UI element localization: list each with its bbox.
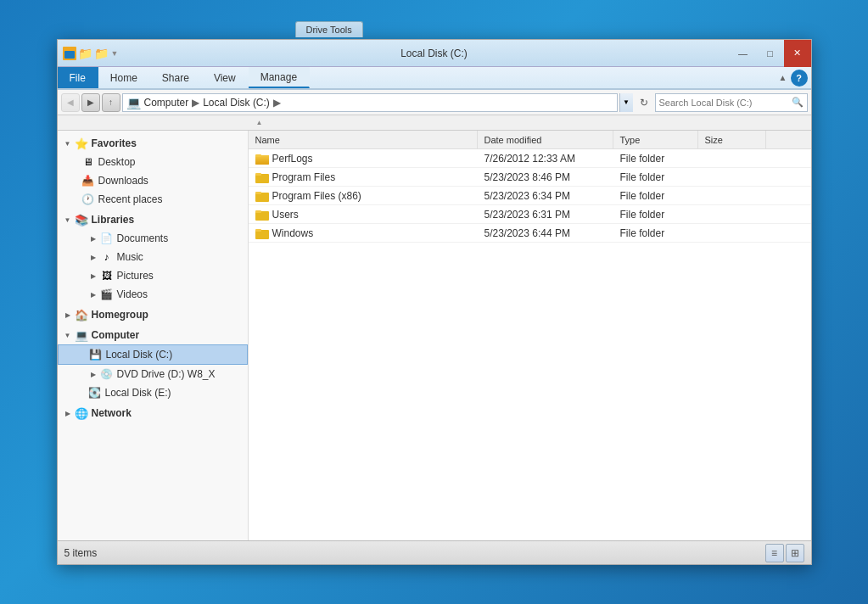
sidebar-item-documents[interactable]: ▶ 📄 Documents — [58, 229, 248, 248]
close-button[interactable]: ✕ — [784, 40, 811, 67]
address-bar: ◀ ▶ ↑ 💻 Computer ▶ Local Disk (C:) ▶ ▼ ↻… — [58, 90, 811, 115]
search-input[interactable] — [659, 98, 792, 108]
computer-icon: 💻 — [75, 328, 88, 342]
documents-icon: 📄 — [100, 232, 114, 245]
expand-favorites-icon: ▼ — [63, 138, 73, 148]
local-disk-c-label: Local Disk (C:) — [106, 349, 173, 361]
path-dropdown-btn[interactable]: ▼ — [619, 93, 633, 112]
qab-dropdown[interactable]: ▼ — [111, 49, 119, 58]
table-row[interactable]: PerfLogs 7/26/2012 12:33 AM File folder — [249, 149, 811, 168]
sidebar-libraries-header[interactable]: ▼ 📚 Libraries — [58, 210, 248, 229]
quick-access-btn[interactable]: 📁 — [79, 47, 92, 60]
file-date-cell: 5/23/2023 8:46 PM — [478, 168, 613, 186]
expand-docs-icon: ▶ — [88, 233, 98, 243]
file-type-cell: File folder — [613, 149, 698, 167]
tab-file[interactable]: File — [58, 67, 98, 88]
sidebar-section-network: ▶ 🌐 Network — [58, 404, 248, 422]
sidebar-homegroup-header[interactable]: ▶ 🏠 Homegroup — [58, 305, 248, 324]
folder-icon — [255, 226, 269, 240]
search-icon[interactable]: 🔍 — [792, 97, 804, 108]
column-header-date[interactable]: Date modified — [478, 131, 613, 148]
column-header-name[interactable]: Name — [249, 131, 478, 148]
sidebar-item-videos[interactable]: ▶ 🎬 Videos — [58, 285, 248, 304]
svg-rect-0 — [64, 51, 75, 59]
sidebar-section-computer: ▼ 💻 Computer 💾 Local Disk (C:) ▶ 💿 DVD D… — [58, 326, 248, 402]
back-button[interactable]: ◀ — [61, 93, 80, 112]
music-label: Music — [117, 251, 143, 263]
expand-pics-icon: ▶ — [88, 271, 98, 281]
local-disk-c-icon: 💾 — [89, 348, 103, 361]
svg-rect-10 — [255, 210, 261, 213]
sidebar-item-music[interactable]: ▶ ♪ Music — [58, 248, 248, 266]
address-path[interactable]: 💻 Computer ▶ Local Disk (C:) ▶ — [122, 93, 618, 112]
table-row[interactable]: Users 5/23/2023 6:31 PM File folder — [249, 205, 811, 224]
tab-home[interactable]: Home — [98, 67, 150, 88]
favorites-label: Favorites — [92, 137, 137, 149]
tab-view[interactable]: View — [202, 67, 249, 88]
dvd-icon: 💿 — [100, 367, 114, 381]
sidebar-favorites-header[interactable]: ▼ ⭐ Favorites — [58, 134, 248, 153]
file-name: Program Files — [272, 171, 336, 183]
sidebar-item-recent[interactable]: 🕐 Recent places — [58, 190, 248, 209]
pictures-label: Pictures — [117, 270, 154, 282]
status-items-count: 5 items — [64, 547, 98, 559]
sidebar-item-desktop[interactable]: 🖥 Desktop — [58, 153, 248, 171]
table-row[interactable]: Program Files (x86) 5/23/2023 6:34 PM Fi… — [249, 187, 811, 205]
status-bar: 5 items ≡ ⊞ — [58, 540, 811, 564]
main-content: ▼ ⭐ Favorites 🖥 Desktop 📥 Downloads 🕐 Re… — [58, 131, 811, 540]
sidebar-section-homegroup: ▶ 🏠 Homegroup — [58, 305, 248, 324]
sidebar-item-pictures[interactable]: ▶ 🖼 Pictures — [58, 266, 248, 285]
file-name-cell: Windows — [249, 224, 478, 242]
file-name: Program Files (x86) — [272, 190, 361, 202]
ribbon-dropdown-btn[interactable]: ▲ — [779, 73, 787, 82]
path-disk: Local Disk (C:) — [203, 97, 270, 109]
videos-icon: 🎬 — [100, 288, 114, 301]
title-bar: 📁 📁 ▼ Local Disk (C:) — □ ✕ — [58, 40, 811, 67]
sidebar: ▼ ⭐ Favorites 🖥 Desktop 📥 Downloads 🕐 Re… — [58, 131, 249, 540]
view-buttons: ≡ ⊞ — [765, 544, 804, 562]
table-row[interactable]: Program Files 5/23/2023 8:46 PM File fol… — [249, 168, 811, 187]
help-button[interactable]: ? — [791, 70, 808, 87]
sidebar-item-local-disk-c[interactable]: 💾 Local Disk (C:) — [58, 344, 248, 365]
sidebar-item-local-disk-e[interactable]: 💽 Local Disk (E:) — [58, 383, 248, 402]
minimize-button[interactable]: — — [730, 40, 757, 67]
expand-music-icon: ▶ — [88, 252, 98, 262]
drive-tools-tab[interactable]: Drive Tools — [295, 21, 363, 37]
file-date-cell: 7/26/2012 12:33 AM — [478, 149, 613, 167]
table-row[interactable]: Windows 5/23/2023 6:44 PM File folder — [249, 224, 811, 243]
sidebar-network-header[interactable]: ▶ 🌐 Network — [58, 404, 248, 422]
svg-rect-6 — [255, 173, 261, 176]
expand-network-icon: ▶ — [63, 408, 73, 418]
refresh-button[interactable]: ↻ — [635, 93, 653, 112]
large-icons-view-button[interactable]: ⊞ — [786, 544, 804, 562]
file-size-cell — [698, 149, 766, 167]
search-box: 🔍 — [655, 93, 808, 112]
sidebar-item-downloads[interactable]: 📥 Downloads — [58, 171, 248, 190]
file-name: Windows — [272, 227, 314, 239]
recent-label: Recent places — [98, 193, 163, 205]
svg-rect-1 — [64, 48, 75, 51]
maximize-button[interactable]: □ — [757, 40, 784, 67]
downloads-icon: 📥 — [81, 174, 95, 187]
file-type-cell: File folder — [613, 187, 698, 204]
expand-libraries-icon: ▼ — [63, 215, 73, 225]
column-header-size[interactable]: Size — [698, 131, 766, 148]
tab-share[interactable]: Share — [150, 67, 202, 88]
quick-access-btn2[interactable]: 📁 — [95, 47, 109, 60]
libraries-icon: 📚 — [75, 213, 88, 226]
sidebar-computer-header[interactable]: ▼ 💻 Computer — [58, 326, 248, 344]
recent-icon: 🕐 — [81, 193, 95, 206]
tab-manage[interactable]: Manage — [249, 67, 310, 88]
ribbon: File Home Share View Manage ▲ ? — [58, 67, 811, 90]
column-header-type[interactable]: Type — [613, 131, 698, 148]
details-view-button[interactable]: ≡ — [765, 544, 784, 562]
forward-button[interactable]: ▶ — [81, 93, 100, 112]
music-icon: ♪ — [100, 250, 114, 264]
sidebar-section-libraries: ▼ 📚 Libraries ▶ 📄 Documents ▶ ♪ Music ▶ … — [58, 210, 248, 304]
up-button[interactable]: ↑ — [102, 93, 120, 112]
sidebar-item-dvd-drive[interactable]: ▶ 💿 DVD Drive (D:) W8_X — [58, 365, 248, 383]
documents-label: Documents — [117, 232, 169, 244]
window-title: Local Disk (C:) — [400, 48, 468, 59]
file-list: Name Date modified Type Size PerfLogs 7/… — [249, 131, 811, 540]
svg-rect-8 — [255, 192, 261, 194]
